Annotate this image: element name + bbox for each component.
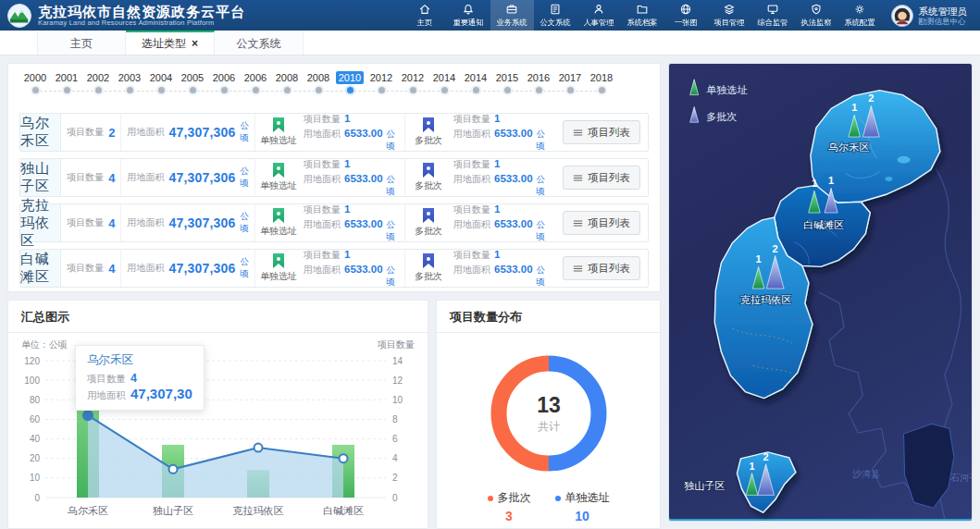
year-dot[interactable] [428,87,460,96]
year-2010[interactable]: 2010 [334,71,366,84]
nav-item-person[interactable]: 人事管理 [577,0,621,31]
year-2008[interactable]: 2008 [271,71,303,84]
year-dot[interactable] [460,87,491,96]
year-dot[interactable] [114,87,145,96]
multi-batch-count-line: 项目数量1 [453,113,553,126]
year-2004[interactable]: 2004 [145,71,177,84]
donut-legend-entry[interactable]: 单独选址 [555,490,610,506]
year-2016[interactable]: 2016 [523,71,554,84]
list-icon [573,219,583,228]
land-area-value: 47,307,306 [168,170,235,185]
year-2012[interactable]: 2012 [366,71,397,84]
tab-active[interactable]: 选址类型× [126,31,215,55]
year-2003[interactable]: 2003 [114,71,145,84]
user-info[interactable]: 系统管理员 勘测信息中心 [882,5,974,27]
project-list-button[interactable]: 项目列表 [563,256,640,280]
donut-legend-item: 单独选址10 [555,490,610,523]
year-dot[interactable] [145,87,177,96]
year-2018[interactable]: 2018 [586,71,617,84]
nav-item-briefcase[interactable]: 业务系统 [490,0,534,31]
left-axis-tick: 40 [30,434,41,444]
year-dot[interactable] [491,87,523,96]
line-point-独山子区[interactable] [169,465,178,474]
multi-batch-triangle-icon[interactable] [690,106,699,122]
nav-item-label: 项目管理 [713,17,744,28]
year-label: 2014 [430,71,458,84]
multi-batch-count-value: 1 [494,249,500,260]
map-panel[interactable]: 单独选址多批次12乌尔禾区11白碱滩区12克拉玛依区12独山子区沙湾县石河子 [668,63,973,522]
nav-item-document[interactable]: 公文系统 [534,0,577,31]
single-site-triangle-icon[interactable] [690,80,699,95]
nav-item-label: 综合监管 [757,17,788,28]
close-tab-icon[interactable]: × [192,37,198,50]
single-site-area-line: 用地面积6533.00公顷 [304,128,403,153]
year-2006[interactable]: 2006 [240,71,271,84]
land-area-unit: 公顷 [241,211,250,235]
nav-item-monitor[interactable]: 综合监管 [751,0,795,31]
year-2017[interactable]: 2017 [554,71,586,84]
year-dot[interactable] [334,87,366,96]
year-label: 2003 [116,71,143,84]
single-site-stats: 项目数量1用地面积6533.00公顷 [302,250,405,287]
donut-chart[interactable]: 13共计 [481,346,616,481]
legend-dot-icon [488,496,493,501]
nav-item-globe[interactable]: 一张图 [664,0,708,31]
year-dot[interactable] [208,87,240,96]
nav-item-layers[interactable]: 项目管理 [708,0,751,31]
year-2005[interactable]: 2005 [177,71,208,84]
year-2006[interactable]: 2006 [208,71,240,84]
project-list-button[interactable]: 项目列表 [563,166,640,190]
project-count-value: 4 [108,171,115,185]
year-2015[interactable]: 2015 [491,71,523,84]
map-canvas[interactable]: 单独选址多批次12乌尔禾区11白碱滩区12克拉玛依区12独山子区沙湾县石河子 [669,64,972,521]
year-dot[interactable] [303,87,334,96]
year-2001[interactable]: 2001 [51,71,82,84]
year-dot[interactable] [554,87,586,96]
tab-item[interactable]: 主页 [37,31,126,55]
land-area-label: 用地面积 [453,218,490,231]
year-dot[interactable] [240,87,271,96]
chart-tooltip: 乌尔禾区 项目数量4 用地面积47,307,30 [75,345,205,411]
year-2000[interactable]: 2000 [19,71,51,84]
year-dot[interactable] [19,87,51,96]
nav-item-shield[interactable]: 执法监察 [795,0,838,31]
multi-batch-area-value: 6533.00 [494,128,533,139]
project-list-button[interactable]: 项目列表 [563,120,640,144]
year-2014[interactable]: 2014 [428,71,460,84]
year-2012[interactable]: 2012 [397,71,428,84]
year-dot[interactable] [82,87,114,96]
neighbor-region-shape [904,424,954,508]
district-row: 独山子区项目数量4用地面积47,307,306公顷单独选址项目数量1用地面积65… [19,158,649,197]
line-point-乌尔禾区[interactable] [83,411,93,420]
user-dept: 勘测信息中心 [919,17,968,26]
list-icon [573,129,583,137]
line-point-白碱滩区[interactable] [340,454,348,462]
summary-chart-canvas[interactable]: 1201410012801060840620410200乌尔禾区独山子区克拉玛依… [8,351,426,525]
year-dot[interactable] [271,87,303,96]
year-label: 2012 [399,71,427,84]
land-area-unit: 公顷 [387,219,403,243]
district-row: 乌尔禾区项目数量2用地面积47,307,306公顷单独选址项目数量1用地面积65… [19,113,649,152]
tab-item[interactable]: 公文系统 [215,31,304,55]
nav-item-home[interactable]: 主页 [403,0,447,31]
single-site-count-value: 1 [344,113,350,124]
nav-item-folder[interactable]: 系统档案 [621,0,664,31]
year-2002[interactable]: 2002 [82,71,114,84]
year-dot[interactable] [366,87,397,96]
nav-item-bell[interactable]: 重要通知 [447,0,490,31]
year-dot[interactable] [586,87,617,96]
project-count-label: 项目数量 [67,216,104,229]
multi-batch-badge-label: 多批次 [415,134,442,147]
year-dot[interactable] [523,87,554,96]
nav-item-gear[interactable]: 系统配置 [838,0,882,31]
year-dot[interactable] [397,87,428,96]
year-dot[interactable] [177,87,208,96]
land-area-value: 47,307,306 [168,261,235,276]
land-area-label: 用地面积 [304,218,341,231]
donut-legend-entry[interactable]: 多批次 [488,490,531,506]
year-2008[interactable]: 2008 [303,71,334,84]
year-2014[interactable]: 2014 [460,71,491,84]
project-list-button[interactable]: 项目列表 [563,211,640,235]
line-point-克拉玛依区[interactable] [254,444,263,452]
year-dot[interactable] [51,87,82,96]
